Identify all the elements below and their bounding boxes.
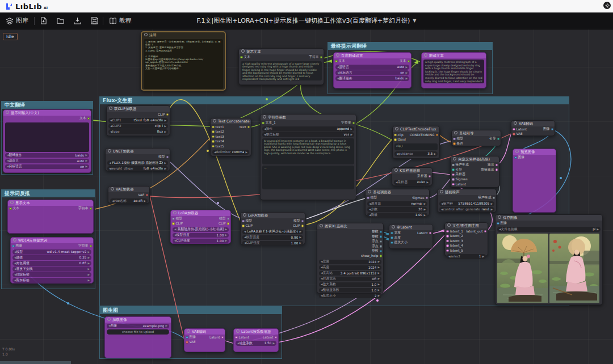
widget-row[interactable]: ◀CLIP2clip_l▶	[108, 124, 168, 129]
node-vae-encode[interactable]: VAE编码 图像VAELatent	[184, 328, 225, 352]
slot-dot[interactable]	[212, 136, 215, 138]
input-slot-模型[interactable]: 模型	[242, 219, 253, 223]
increment-arrow[interactable]: ▶	[299, 242, 301, 244]
increment-arrow[interactable]: ▶	[434, 153, 436, 155]
increment-arrow[interactable]: ▶	[423, 208, 426, 211]
node-dualclip-loader[interactable]: 双CLIP加载器 CLIP ◀CLIP1t5xxl_fp8_e4m3fn▶◀CL…	[106, 105, 170, 136]
decrement-arrow[interactable]: ◀	[109, 162, 111, 164]
node-title[interactable]: 随机噪声	[438, 189, 496, 195]
increment-arrow[interactable]: ▶	[405, 77, 408, 80]
widget-row[interactable]: ◀CLIP1t5xxl_fp8_e4m3fn▶	[108, 118, 168, 123]
slot-dot[interactable]	[12, 245, 15, 248]
slot-dot[interactable]	[497, 138, 500, 141]
increment-arrow[interactable]: ▶	[164, 125, 166, 128]
output-slot-VAE[interactable]: VAE	[138, 193, 148, 197]
node-title[interactable]: VAE解码	[511, 121, 555, 126]
group-title[interactable]: 中文翻译	[2, 101, 93, 109]
widget-row[interactable]: ◀文件名前缀pl▶	[497, 227, 601, 232]
slot-dot[interactable]	[212, 130, 215, 133]
widget-row[interactable]: ◀角色阈值0.85▶	[12, 261, 91, 266]
widget-row[interactable]: ◀宽度1024▶	[319, 260, 381, 265]
note-text[interactable]: 1. 图生图: 需要开启「文生图/图生图」(获取图)开关, 文生图默认: 0, …	[144, 39, 223, 89]
increment-arrow[interactable]: ▶	[377, 277, 380, 280]
output-slot-CLIP[interactable]: CLIP	[158, 112, 169, 117]
output-slot-采样器[interactable]: 采样器	[417, 174, 431, 179]
node-lora-loader[interactable]: LoRA加载器 模型CLIP模型CLIP ◀LoRA名称 F.1-古风少女-小清…	[240, 212, 305, 245]
output-slot-CLIP[interactable]: CLIP	[293, 224, 304, 228]
group-title[interactable]: Flux-文生图	[100, 97, 569, 104]
output-slot-CLIP[interactable]: CLIP	[219, 222, 229, 226]
input-slot-模型[interactable]: 模型	[453, 137, 463, 141]
increment-arrow[interactable]: ▶	[87, 262, 90, 265]
slot-dot[interactable]	[408, 60, 410, 63]
node-title[interactable]: LoRA加载器	[171, 210, 230, 216]
import-workflow-button[interactable]	[69, 12, 86, 29]
slot-dot[interactable]	[453, 138, 456, 141]
slot-dot[interactable]	[394, 134, 397, 137]
slot-dot[interactable]	[90, 208, 93, 210]
node-title[interactable]: UNET加载器	[106, 149, 170, 154]
slot-dot[interactable]	[429, 232, 432, 235]
slot-dot[interactable]	[240, 56, 243, 59]
increment-arrow[interactable]: ▶	[377, 294, 380, 297]
slot-dot[interactable]	[227, 218, 230, 221]
output-slot-文本[interactable]: 文本	[79, 116, 90, 121]
slot-dot[interactable]	[391, 236, 393, 239]
increment-arrow[interactable]: ▶	[87, 279, 90, 282]
slot-dot[interactable]	[9, 208, 12, 210]
slot-dot[interactable]	[446, 235, 449, 238]
node-title[interactable]: LoRA加载器	[241, 213, 305, 218]
slot-dot[interactable]	[452, 178, 455, 181]
widget-row[interactable]: ◀放大系数1.0▶	[319, 282, 381, 287]
node-title[interactable]: 图双XL选画比	[317, 223, 383, 229]
slot-dot[interactable]	[452, 164, 455, 167]
new-workflow-button[interactable]	[35, 12, 52, 29]
node-basic-guider[interactable]: 基础引导 模型条件引导	[451, 130, 501, 146]
increment-arrow[interactable]: ▶	[597, 228, 599, 231]
widget-row[interactable]: ◀CLIP强度1.00▶	[242, 241, 303, 246]
slot-dot[interactable]	[391, 232, 393, 235]
increment-arrow[interactable]: ▶	[482, 255, 484, 258]
increment-arrow[interactable]: ▶	[87, 251, 90, 253]
output-slot-CONDITIONING[interactable]: CONDITIONING	[410, 133, 438, 137]
increment-arrow[interactable]: ▶	[377, 272, 380, 274]
node-title[interactable]: 百度翻译设置	[334, 53, 411, 58]
group-title[interactable]: 提示词反推	[2, 190, 95, 197]
increment-arrow[interactable]: ▶	[299, 236, 301, 239]
increment-arrow[interactable]: ▶	[405, 66, 408, 69]
clip-textarea[interactable]: clip_l	[394, 143, 438, 150]
save-workflow-button[interactable]	[86, 12, 103, 29]
widget-row[interactable]: ◀步数26▶	[367, 207, 427, 212]
slot-dot[interactable]	[380, 245, 383, 248]
widget-row[interactable]: ◀control_after_generaterandomize▶	[439, 207, 494, 212]
input-slot-文本[interactable]: 文本	[9, 206, 19, 211]
slot-dot[interactable]	[551, 128, 554, 131]
widget-row[interactable]: ◀源语言auto▶	[335, 65, 409, 70]
node-title[interactable]: Text Concatenate (JPS)	[211, 118, 251, 124]
increment-arrow[interactable]: ▶	[245, 151, 247, 154]
node-prompt-text[interactable]: 提示文本 文本字符串 a high quality mistress photo…	[238, 48, 324, 85]
widget-row[interactable]: ◀美翻随身拍-原始画社-小红书摄影-F.1_v1.0▶	[173, 227, 229, 232]
slot-dot[interactable]	[513, 133, 515, 136]
slot-dot[interactable]	[90, 245, 93, 248]
increment-arrow[interactable]: ▶	[164, 130, 166, 133]
horizontal-scrollbar[interactable]	[0, 361, 71, 364]
tutorial-button[interactable]: 教程	[103, 12, 137, 29]
slot-dot[interactable]	[166, 113, 169, 116]
node-unet-loader[interactable]: UNET加载器 模型 ◀FLUX.1模特·朦胧画质(原始画社工作室)_FLUX.…	[105, 148, 170, 171]
input-slot-文本[interactable]: 文本	[335, 59, 345, 64]
increment-arrow[interactable]: ▶	[87, 273, 90, 276]
widget-row[interactable]: ◀附加标签▶	[12, 278, 91, 283]
widget-row[interactable]: ◀缩放系数1.50▶	[236, 341, 276, 346]
widget-row[interactable]: ◀模型wd-v1.4-moat-tagger-v2▶	[12, 249, 91, 255]
widget-row[interactable]: ◀模型强度1.00▶	[173, 233, 229, 238]
input-slot-Latent[interactable]: Latent	[452, 182, 469, 187]
output-slot-Sigmas[interactable]: Sigmas	[412, 196, 428, 200]
widget-row[interactable]: ◀模型强度0.90▶	[242, 235, 303, 240]
node-clip-text-encode-flux[interactable]: CLIPTextEncodeFlux clipt5xxlCONDITIONING…	[392, 126, 440, 159]
node-preview-image[interactable]: 预览图像 图像	[513, 149, 556, 213]
widget-row[interactable]: ◀降噪1.00▶	[367, 213, 427, 218]
output-slot-字符串[interactable]: 字符串	[341, 121, 355, 125]
open-workflow-button[interactable]	[52, 12, 69, 29]
node-title[interactable]: 双CLIP加载器	[107, 106, 170, 112]
